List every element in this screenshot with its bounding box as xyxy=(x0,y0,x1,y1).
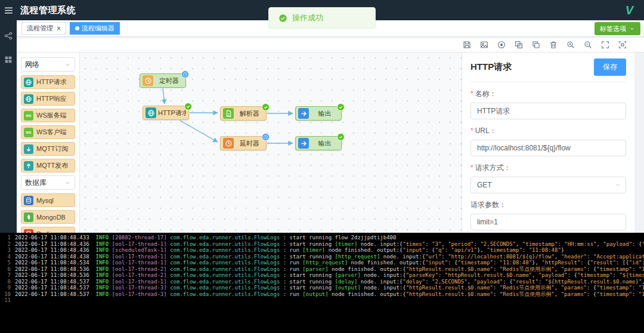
log-line: 52022-06-17 11:08:48.534 INFO [ool-17-th… xyxy=(0,260,644,266)
log-console: 12022-06-17 11:08:48.433 INFO [20882-thr… xyxy=(0,233,644,333)
method-select[interactable] xyxy=(470,177,626,193)
tab-label: 流程编辑器 xyxy=(82,24,114,33)
palette-item-Mysql[interactable]: Mysql xyxy=(21,193,75,207)
palette-item-label: MQTT发布 xyxy=(36,161,68,170)
group-icon[interactable] xyxy=(514,40,524,50)
copy-icon[interactable] xyxy=(531,40,541,50)
flow-edges xyxy=(80,53,462,233)
palette-item-label: Mysql xyxy=(36,197,54,204)
fit-view-icon[interactable] xyxy=(618,40,627,50)
flow-node-delay[interactable]: 延时器 xyxy=(220,136,267,150)
ws-icon: WS xyxy=(24,111,33,121)
field-label: URL： xyxy=(475,127,497,135)
leaf-icon xyxy=(24,212,33,222)
palette-section-网络[interactable]: 网络 xyxy=(21,57,75,72)
delete-icon[interactable] xyxy=(549,40,558,50)
node-label: 输出 xyxy=(311,109,339,118)
record-icon[interactable] xyxy=(497,40,506,50)
palette-item-label: WS客户端 xyxy=(36,128,67,137)
node-label: HTTP请求 xyxy=(158,109,186,118)
log-line: 32022-06-17 11:08:48.436 INFO [scheduled… xyxy=(0,247,644,254)
properties-fields: *名称：*URL：*请求方式：请求参数：请求内容： xyxy=(470,89,626,233)
canvas-toolbar xyxy=(17,37,644,53)
database-icon xyxy=(24,229,33,233)
clock-icon xyxy=(143,75,153,86)
palette-item-HTTP响应[interactable]: HTTP响应 xyxy=(21,92,75,106)
palette-item-HTTP请求[interactable]: HTTP请求 xyxy=(21,75,75,89)
log-line: 72022-06-17 11:08:48.536 INFO [ool-17-th… xyxy=(0,272,644,279)
palette-item-label: Redis xyxy=(36,230,53,233)
node-label: 输出 xyxy=(311,139,339,148)
ws-icon: WS xyxy=(24,128,33,137)
flow-node-http_request[interactable]: HTTP请求 xyxy=(143,106,189,120)
chevron-down-icon xyxy=(614,181,621,189)
params-field[interactable] xyxy=(470,214,626,230)
required-asterisk: * xyxy=(470,90,473,98)
required-asterisk: * xyxy=(470,127,473,135)
flow-node-output1[interactable]: 输出 xyxy=(295,106,342,121)
properties-title: HTTP请求 xyxy=(470,61,512,73)
flow-canvas[interactable]: 定时器HTTP请求解析器输出延时器输出 xyxy=(80,53,462,233)
log-line: 42022-06-17 11:08:48.438 INFO [ool-17-th… xyxy=(0,254,644,260)
node-label: 延时器 xyxy=(236,139,264,148)
arrow-right-icon xyxy=(298,108,309,119)
globe-icon xyxy=(24,78,33,87)
node-success-badge xyxy=(262,103,270,111)
palette-item-MQTT发布[interactable]: MQTT发布 xyxy=(21,159,75,172)
palette-section-label: 数据库 xyxy=(25,178,47,188)
palette-item-Redis[interactable]: Redis xyxy=(21,227,75,233)
flow-node-timer[interactable]: 定时器 xyxy=(140,73,186,88)
zoom-in-icon[interactable] xyxy=(566,40,575,50)
tab-流程管理[interactable]: 流程管理× xyxy=(21,22,66,35)
palette-item-MongoDB[interactable]: MongoDB xyxy=(21,210,75,224)
palette-item-WS客户端[interactable]: WSWS客户端 xyxy=(21,125,75,139)
log-line: 102022-06-17 11:08:48.537 INFO [ool-17-t… xyxy=(0,291,644,298)
line-number: 2 xyxy=(0,241,11,248)
database-icon xyxy=(24,196,33,205)
zoom-out-icon[interactable] xyxy=(583,40,593,50)
required-asterisk: * xyxy=(470,164,473,172)
close-tab-icon[interactable]: × xyxy=(57,25,61,32)
url-field[interactable] xyxy=(470,140,626,156)
tag-options-button[interactable]: 标签选项 xyxy=(595,22,640,35)
flow-share-icon[interactable] xyxy=(4,31,13,41)
log-line: 22022-06-17 11:08:48.436 INFO [ool-17-th… xyxy=(0,241,644,248)
log-line: 82022-06-17 11:08:48.537 INFO [ool-17-th… xyxy=(0,279,644,285)
save-button[interactable]: 保存 xyxy=(594,58,626,76)
fullscreen-icon[interactable] xyxy=(600,40,610,50)
palette-item-label: HTTP响应 xyxy=(36,94,67,103)
line-number: 10 xyxy=(0,291,11,298)
tab-流程编辑器[interactable]: 流程编辑器 xyxy=(70,22,120,35)
node-success-badge xyxy=(184,103,192,110)
image-icon[interactable] xyxy=(479,40,489,50)
palette-item-MQTT订阅[interactable]: MQTT订阅 xyxy=(21,142,75,156)
scroll-gutter xyxy=(634,53,644,233)
palette-item-WS服务端[interactable]: WSWS服务端 xyxy=(21,109,75,122)
properties-panel: HTTP请求 保存 *名称：*URL：*请求方式：请求参数：请求内容： xyxy=(462,53,634,233)
toast-text: 操作成功 xyxy=(292,13,323,23)
palette-section-数据库[interactable]: 数据库 xyxy=(21,175,75,190)
log-line: 62022-06-17 11:08:48.536 INFO [ool-17-th… xyxy=(0,266,644,273)
tags-container: 流程管理×流程编辑器 xyxy=(21,22,123,35)
hamburger-icon[interactable] xyxy=(0,5,17,16)
flow-node-parser[interactable]: 解析器 xyxy=(220,106,267,121)
palette-item-label: HTTP请求 xyxy=(36,78,67,87)
clock-icon xyxy=(223,138,234,149)
line-number: 5 xyxy=(0,260,11,266)
flow-node-output2[interactable]: 输出 xyxy=(295,136,342,150)
node-success-badge xyxy=(337,103,345,111)
palette-section-label: 网络 xyxy=(25,60,39,70)
left-sidebar xyxy=(0,20,17,233)
node-pending-badge xyxy=(181,70,189,78)
tab-label: 流程管理 xyxy=(27,24,53,33)
name-field[interactable] xyxy=(470,103,626,119)
svg-text:WS: WS xyxy=(26,114,32,118)
menu-grid-icon[interactable] xyxy=(4,55,13,64)
line-number: 7 xyxy=(0,272,11,279)
line-number: 4 xyxy=(0,254,11,260)
log-line: 12022-06-17 11:08:48.433 INFO [20882-thr… xyxy=(0,235,644,241)
palette-item-label: WS服务端 xyxy=(36,111,67,120)
line-number: 11 xyxy=(0,297,11,304)
save-icon[interactable] xyxy=(462,40,472,50)
check-circle-icon xyxy=(278,14,287,23)
